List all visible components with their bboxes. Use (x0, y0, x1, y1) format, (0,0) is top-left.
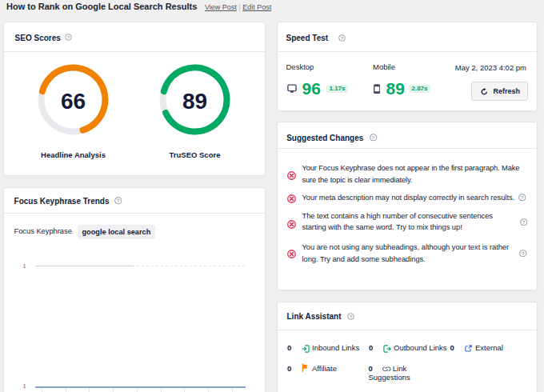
svg-text:?: ? (522, 219, 525, 225)
svg-text:?: ? (117, 198, 120, 203)
svg-text:?: ? (520, 194, 523, 200)
svg-text:?: ? (372, 134, 375, 140)
svg-text:?: ? (522, 250, 525, 256)
svg-text:?: ? (67, 35, 70, 40)
svg-text:?: ? (350, 314, 353, 319)
svg-text:?: ? (340, 36, 343, 41)
